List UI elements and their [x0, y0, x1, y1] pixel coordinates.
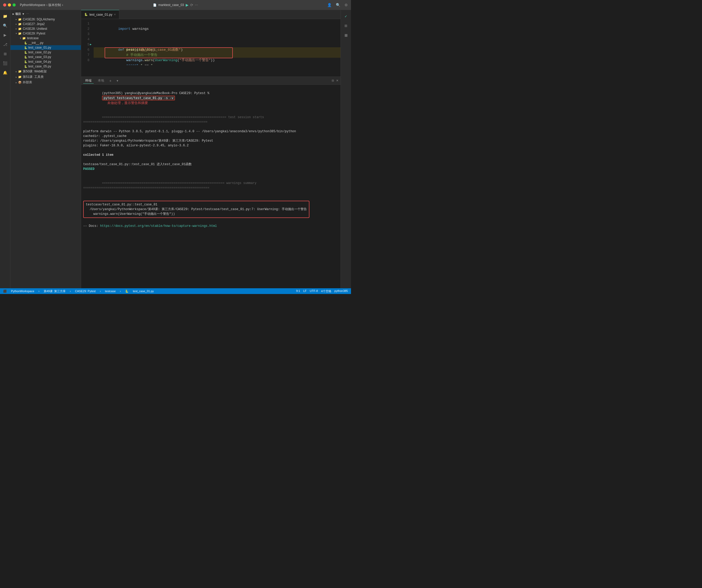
term-docs-link[interactable]: https://docs.pytest.org/en/stable/how-to… [100, 224, 217, 228]
folder-icon: 📁 [18, 22, 22, 26]
py-icon: 🐍 [24, 60, 27, 63]
main-layout: 📁 🔍 ▶ ⎇ ⊞ ⬛ 🔔 ▸ 项目 ▾ ⋯ ▸ 📁 CASE26: SQLAl… [0, 10, 351, 288]
tree-item-lesson51[interactable]: ▸ 📁 第51课: 工具类 [10, 74, 81, 80]
tabs-bar: 🐍 test_case_01.py ✕ [81, 10, 341, 19]
warning-box: testcase/test_case_01.py::test_case_01 /… [83, 201, 310, 218]
term-warning-code: warnings.warn(UserWarning("手动抛出一个警告")) [86, 212, 307, 216]
term-blank1 [83, 148, 338, 153]
vcs-chevron: › [62, 3, 63, 7]
terminal-tab-plus[interactable]: + [108, 79, 112, 83]
tree-label: 第50课: Web框架 [23, 69, 47, 74]
project-header[interactable]: ▸ 项目 ▾ ⋯ [10, 11, 81, 17]
right-btn-grid[interactable]: ▦ [342, 31, 350, 39]
status-chevron1: › [38, 290, 39, 293]
term-collected1: collected 1 item [83, 153, 338, 157]
terminal-tab-local[interactable]: 本地 [96, 78, 106, 84]
code-editor[interactable]: 1 2 3 4 5 6 7 8 import warnings [81, 19, 341, 65]
term-blank5 [83, 219, 338, 224]
workspace-name: PythonWorkspace › 版本控制 › [20, 3, 63, 7]
tab-close-icon[interactable]: ✕ [114, 13, 116, 16]
tree-item-test03[interactable]: 🐍 test_case_03.py [10, 54, 81, 59]
close-button[interactable] [3, 3, 6, 7]
right-toolbar: ✓ ⊞ ▦ [341, 10, 351, 288]
sidebar-icon-files[interactable]: 📁 [1, 12, 9, 20]
tree-label: __init__.py [28, 41, 43, 45]
py-icon: 🐍 [24, 41, 27, 44]
annot-label-1: 未做处理，显示警告和摘要 [107, 101, 148, 105]
tree-item-external[interactable]: ▸ 📦 外部库 [10, 80, 81, 85]
tree-item-test05[interactable]: 🐍 test_case_05.py [10, 64, 81, 69]
term-warning-detail: /Users/yangkai/PythonWorkspace/第49课: 第三方… [86, 207, 307, 212]
file-tree-sidebar: ▸ 项目 ▾ ⋯ ▸ 📁 CASE26: SQLAlchemy ▸ 📁 CASE… [10, 10, 81, 288]
py-icon: 🐍 [24, 46, 27, 49]
status-chevron2: › [70, 290, 71, 293]
code-line-6: # 手动抛出一个警告 [94, 47, 341, 52]
term-warning-sep: ========================================… [83, 176, 338, 195]
term-test-run1: testcase/test_case_01.py::test_case_01 进… [83, 162, 338, 167]
status-spaces: 4个空格 [321, 289, 331, 293]
ellipsis-icon: ⋯ [26, 12, 29, 16]
person-icon[interactable]: 👤 [327, 3, 332, 7]
sidebar-icon-layers[interactable]: ⊞ [1, 50, 9, 58]
terminal-tab-terminal[interactable]: 终端 [83, 78, 94, 84]
chevron-icon: ▸ [16, 27, 17, 30]
tree-item-init[interactable]: 🐍 __init__.py [10, 40, 81, 45]
code-line-8: assert 1 == 1 [94, 58, 341, 63]
editor-area: 🐍 test_case_01.py ✕ 1 2 3 4 5 6 7 8 [81, 10, 341, 288]
term-warning-file: testcase/test_case_01.py::test_case_01 [86, 202, 307, 207]
folder-icon: 📁 [22, 37, 26, 40]
minimize-button[interactable] [8, 3, 11, 7]
sidebar-icon-terminal[interactable]: ⬛ [1, 59, 9, 67]
term-blank2 [83, 157, 338, 162]
chevron-icon: ▸ [16, 23, 17, 25]
tree-item-test04[interactable]: 🐍 test_case_04.py [10, 59, 81, 64]
sidebar-icon-bell[interactable]: 🔔 [1, 68, 9, 77]
term-platform1: platform darwin -- Python 3.8.5, pytest-… [83, 129, 338, 134]
settings-icon[interactable]: ⚙ [344, 3, 348, 7]
term-plugins1: plugins: Faker-18.9.0, allure-pytest-2.9… [83, 143, 338, 148]
status-icon: ⬛ [3, 290, 7, 293]
sidebar-icon-search[interactable]: 🔍 [1, 21, 9, 30]
terminal-split-icon[interactable]: ⊟ [332, 79, 334, 82]
maximize-button[interactable] [13, 3, 16, 7]
code-line-5: print("进入test_case_01函数") [94, 42, 341, 47]
tree-item-test01[interactable]: 🐍 test_case_01.py [10, 45, 81, 50]
vcs-label: 版本控制 [48, 3, 61, 7]
sidebar-icons: 📁 🔍 ▶ ⎇ ⊞ ⬛ 🔔 [0, 10, 10, 288]
tree-item-testcase[interactable]: ▾ 📁 testcase [10, 36, 81, 40]
term-prompt1: (python385) yangkai@yangkaideMacBook-Pro… [102, 92, 211, 95]
sidebar-icon-run[interactable]: ▶ [1, 31, 9, 39]
debug-icon[interactable]: ⟳ [190, 3, 193, 7]
folder-icon: 📁 [18, 32, 22, 35]
term-blank4 [83, 195, 338, 200]
tree-item-case26[interactable]: ▸ 📁 CASE26: SQLAlchemy [10, 17, 81, 22]
run-icon[interactable]: ▶ [186, 3, 189, 7]
search-icon[interactable]: 🔍 [336, 3, 340, 7]
term-blank3 [83, 171, 338, 176]
right-btn-layers[interactable]: ⊞ [342, 21, 350, 30]
tree-item-case27[interactable]: ▸ 📁 CASE27: Jinja2 [10, 22, 81, 26]
status-workspace: PythonWorkspace [11, 290, 34, 293]
tree-label: test_case_02.py [28, 50, 51, 54]
folder-icon: 📁 [18, 18, 22, 21]
tab-test-case-01[interactable]: 🐍 test_case_01.py ✕ [81, 10, 119, 19]
more-icon[interactable]: ⋯ [195, 3, 198, 7]
py-icon: 🐍 [24, 65, 27, 68]
code-line-4: ▶ def test_case_01(): [94, 37, 341, 42]
project-chevron-down: ▾ [22, 12, 24, 16]
tree-item-case28[interactable]: ▸ 📁 CASE28: Unittest [10, 26, 81, 31]
tree-item-case29[interactable]: ▾ 📁 CASE29: Pytest [10, 31, 81, 36]
py-icon: 🐍 [24, 56, 27, 58]
terminal-content[interactable]: (python385) yangkai@yangkaideMacBook-Pro… [81, 85, 341, 228]
folder-icon: 📦 [18, 81, 22, 84]
tree-item-test02[interactable]: 🐍 test_case_02.py [10, 50, 81, 54]
status-chevron3: › [100, 290, 101, 293]
workspace-label: PythonWorkspace [20, 3, 45, 7]
right-btn-check[interactable]: ✓ [342, 12, 350, 20]
tree-item-lesson50[interactable]: ▸ 📁 第50课: Web框架 [10, 69, 81, 74]
sidebar-icon-git[interactable]: ⎇ [1, 40, 9, 48]
terminal-close-icon[interactable]: ✕ [336, 79, 338, 82]
tree-label: test_case_05.py [28, 64, 51, 68]
titlebar-center: 📄 marktest_case_03 ▶ ⟳ ⋯ [153, 3, 198, 7]
terminal-tab-dropdown[interactable]: ▾ [115, 79, 120, 83]
